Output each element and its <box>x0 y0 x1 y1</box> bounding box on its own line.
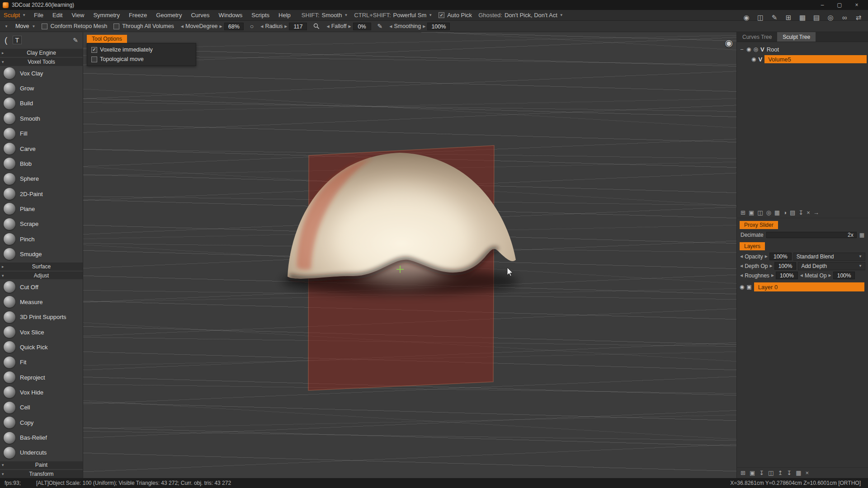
edit-pencil-icon[interactable]: ✎ <box>73 37 78 44</box>
radius-spinner[interactable]: ◀ Radius ▶ 117 <box>260 23 307 30</box>
smoothing-spinner[interactable]: ◀ Smoothing ▶ 100% <box>389 23 450 30</box>
active-tool-selector[interactable]: Move ▼ <box>15 23 36 29</box>
brush-tip-icon[interactable]: ○ <box>250 23 254 30</box>
tweak-icon[interactable]: ✎ <box>770 14 778 22</box>
tool-item-vox-slice[interactable]: Vox Slice <box>0 324 83 339</box>
depth-opacity-value[interactable]: 100% <box>774 262 797 270</box>
stroke-mode-icon[interactable]: ( <box>5 35 7 45</box>
tool-item-3d-print-supports[interactable]: 3D Print Supports <box>0 310 83 324</box>
decrement-icon[interactable]: ◀ <box>740 264 743 268</box>
depth-opacity-spinner[interactable]: ◀ Depth Op ▶ 100% <box>740 262 796 270</box>
proxy-slider-tab[interactable]: Proxy Slider <box>740 221 778 229</box>
visibility-eye-icon[interactable]: ◉ <box>746 46 751 52</box>
layers-tab[interactable]: Layers <box>740 242 765 250</box>
snap-icon[interactable]: ⊞ <box>784 14 793 22</box>
menu-item-help[interactable]: Help <box>274 12 295 19</box>
shift-action-selector[interactable]: SHIFT: Smooth ▼ <box>302 12 348 19</box>
tool-item-measure[interactable]: Measure <box>0 295 83 310</box>
tool-item-plane[interactable]: Plane <box>0 202 83 216</box>
annotate-icon[interactable]: ⇄ <box>854 14 863 22</box>
voxelize-immediately-checkbox[interactable]: ✓ Voxelize immediately <box>91 47 192 53</box>
menu-item-file[interactable]: File <box>29 12 48 19</box>
decrement-icon[interactable]: ◀ <box>740 254 743 258</box>
tool-item-vox-clay[interactable]: Vox Clay <box>0 66 83 81</box>
tab-curves-tree[interactable]: Curves Tree <box>737 32 777 42</box>
menu-item-geometry[interactable]: Geometry <box>151 12 186 19</box>
tool-item-2d-paint[interactable]: 2D-Paint <box>0 186 83 201</box>
tool-item-copy[interactable]: Copy <box>0 415 83 430</box>
move-degree-spinner[interactable]: ◀ MoveDegree ▶ 68% <box>180 23 244 30</box>
add-volume-icon[interactable]: ⊞ <box>741 209 745 216</box>
pose-icon[interactable]: ▤ <box>812 14 821 22</box>
menu-item-curves[interactable]: Curves <box>186 12 214 19</box>
tool-item-vox-hide[interactable]: Vox Hide <box>0 385 83 400</box>
increment-icon[interactable]: ▶ <box>348 24 351 28</box>
smoothing-value[interactable]: 100% <box>427 23 450 30</box>
proxy-settings-icon[interactable]: ▦ <box>859 232 864 238</box>
increment-icon[interactable]: ▶ <box>828 273 832 277</box>
tool-item-undercuts[interactable]: Undercuts <box>0 445 83 460</box>
pick-color-icon[interactable]: ◉ <box>742 14 750 22</box>
metal-value[interactable]: 100% <box>833 272 855 279</box>
tool-item-cut-off[interactable]: Cut Off <box>0 279 83 294</box>
tool-item-build[interactable]: Build <box>0 96 83 111</box>
auto-pick-checkbox[interactable]: ✓ Auto Pick <box>439 12 472 19</box>
layer-lock-icon[interactable]: ▣ <box>746 284 751 290</box>
delete-volume-icon[interactable]: × <box>807 209 810 216</box>
tool-item-smooth[interactable]: Smooth <box>0 111 83 126</box>
increment-icon[interactable]: ▶ <box>769 264 773 268</box>
move-layer-down-icon[interactable]: ↧ <box>787 469 792 476</box>
root-label[interactable]: Root <box>767 46 779 53</box>
conform-retopo-checkbox[interactable]: Conform Retopo Mesh <box>42 23 107 29</box>
tree-row-root[interactable]: − ◉ ◎ V Root <box>737 44 868 54</box>
roughness-spinner[interactable]: ◀ Roughnes ▶ 100% <box>740 272 798 279</box>
grid-icon[interactable]: ▦ <box>798 14 807 22</box>
decimate-slider[interactable]: 2x <box>766 232 857 238</box>
tool-item-carve[interactable]: Carve <box>0 141 83 156</box>
toolbar-menu-icon[interactable]: ▼ <box>4 24 9 28</box>
volume-name-selected[interactable]: Volume5 <box>764 55 867 63</box>
tool-options-tab[interactable]: Tool Options <box>87 35 127 43</box>
tool-item-fit[interactable]: Fit <box>0 355 83 370</box>
tool-item-cell[interactable]: Cell <box>0 400 83 415</box>
tool-item-scrape[interactable]: Scrape <box>0 216 83 231</box>
tool-item-reproject[interactable]: Reproject <box>0 370 83 385</box>
group-header-surface[interactable]: ▸ Surface <box>0 263 83 271</box>
blend-mode-dropdown[interactable]: Standard Blend ▼ <box>793 253 865 261</box>
move-layer-up-icon[interactable]: ↥ <box>778 469 783 476</box>
group-header-paint[interactable]: ▾ Paint <box>0 461 83 469</box>
add-folder-icon[interactable]: ▣ <box>749 209 754 216</box>
increment-icon[interactable]: ▶ <box>422 24 426 28</box>
metal-spinner[interactable]: ◀ Metal Op ▶ 100% <box>800 272 855 279</box>
group-header-adjust[interactable]: ▾ Adjust <box>0 272 83 280</box>
tool-item-blob[interactable]: Blob <box>0 156 83 171</box>
room-selector[interactable]: Sculpt ▼ <box>3 12 29 19</box>
maximize-button[interactable]: ▢ <box>831 0 848 10</box>
menu-item-view[interactable]: View <box>67 12 89 19</box>
ghost-icon[interactable]: ◎ <box>753 46 758 52</box>
decrement-icon[interactable]: ◀ <box>180 24 184 28</box>
menu-item-edit[interactable]: Edit <box>48 12 67 19</box>
layer-name-selected[interactable]: Layer 0 <box>754 282 864 291</box>
group-header-clay-engine[interactable]: ▸ Clay Engine <box>0 49 83 57</box>
layer-folder-icon[interactable]: ▣ <box>750 469 755 476</box>
magnifier-icon[interactable] <box>313 23 320 29</box>
opacity-value[interactable]: 100% <box>769 253 792 260</box>
increment-icon[interactable]: ▶ <box>219 24 223 28</box>
duplicate-layer-icon[interactable]: ◫ <box>768 469 774 476</box>
delete-layer-icon[interactable]: × <box>806 469 809 476</box>
tool-item-quick-pick[interactable]: Quick Pick <box>0 340 83 355</box>
depth-mode-dropdown[interactable]: Add Depth ▼ <box>798 262 865 270</box>
close-button[interactable]: × <box>848 0 865 10</box>
community-icon[interactable]: ◎ <box>826 14 835 22</box>
merge-layer-icon[interactable]: ▦ <box>796 469 801 476</box>
decrement-icon[interactable]: ◀ <box>326 24 330 28</box>
minimize-button[interactable]: – <box>814 0 831 10</box>
to-retopo-icon[interactable]: → <box>813 209 819 216</box>
text-tool-icon[interactable]: T <box>13 36 21 44</box>
decrement-icon[interactable]: ◀ <box>260 24 264 28</box>
resample-icon[interactable]: ◑ <box>783 209 787 216</box>
voxelize-icon[interactable]: ▦ <box>774 209 780 216</box>
radius-value[interactable]: 117 <box>289 23 307 30</box>
visibility-eye-icon[interactable]: ◉ <box>751 56 756 62</box>
